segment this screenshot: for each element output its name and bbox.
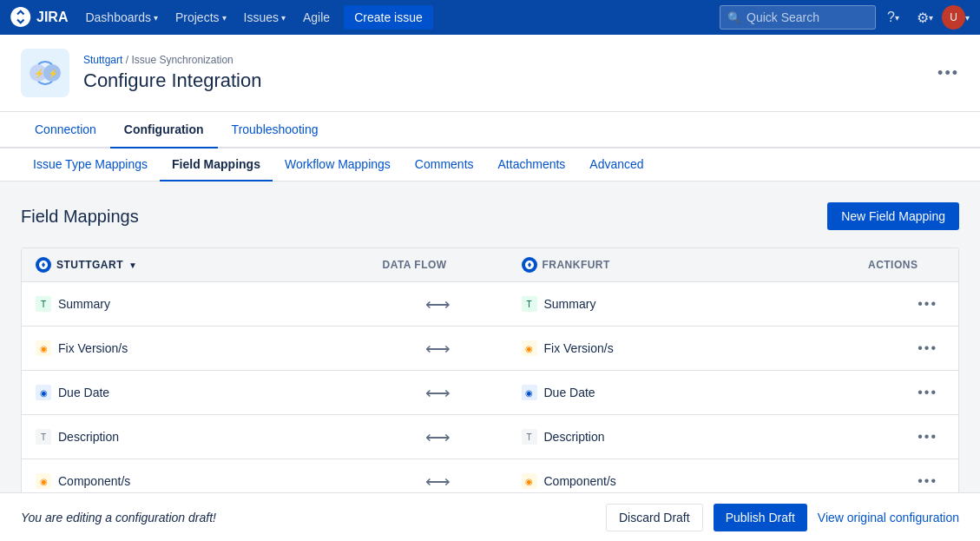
summary-icon-right: T [522, 296, 537, 312]
tab-field-mappings[interactable]: Field Mappings [160, 148, 273, 181]
discard-draft-button[interactable]: Discard Draft [606, 504, 703, 525]
bidirectional-arrow-icon: ⟷ [425, 338, 451, 359]
component-icon-left: ◉ [36, 473, 51, 489]
frankfurt-due-date-label: Due Date [544, 386, 595, 399]
help-arrow: ▾ [895, 13, 899, 23]
help-button[interactable]: ? ▾ [879, 3, 907, 31]
settings-icon: ⚙ [917, 10, 929, 26]
actions-due-date: ••• [854, 371, 958, 414]
tab-comments[interactable]: Comments [403, 148, 486, 181]
section-header: Field Mappings New Field Mapping [21, 202, 959, 230]
stuttgart-field-summary: T Summary [22, 286, 369, 322]
page-title-group: Stuttgart / Issue Synchronization Config… [83, 54, 261, 92]
settings-button[interactable]: ⚙ ▾ [911, 3, 938, 31]
tab-configuration[interactable]: Configuration [110, 112, 218, 148]
frankfurt-field-fix-version: ◉ Fix Version/s [508, 330, 855, 366]
breadcrumb: Stuttgart / Issue Synchronization [83, 54, 261, 66]
table-row: T Description ⟷ T Description ••• [22, 415, 958, 459]
stuttgart-field-due-date: ◉ Due Date [22, 374, 369, 411]
date-icon-left: ◉ [36, 385, 51, 400]
breadcrumb-section: Issue Synchronization [131, 54, 233, 66]
frankfurt-fix-version-label: Fix Version/s [544, 341, 614, 355]
user-arrow: ▾ [965, 13, 970, 23]
integration-logo-image: ⚡ ⚡ [24, 52, 66, 94]
header-frankfurt: Frankfurt [508, 248, 855, 281]
bidirectional-arrow-icon: ⟷ [425, 426, 451, 447]
page-header: ⚡ ⚡ Stuttgart / Issue Synchronization Co… [0, 35, 980, 112]
date-icon-right: ◉ [522, 385, 537, 400]
actions-menu-button[interactable]: ••• [911, 293, 944, 315]
issues-arrow: ▾ [281, 13, 286, 23]
publish-draft-button[interactable]: Publish Draft [714, 504, 807, 525]
description-icon-left: T [36, 429, 51, 445]
table-row: T Summary ⟷ T Summary ••• [22, 282, 958, 327]
frankfurt-summary-label: Summary [544, 297, 596, 311]
tab-advanced[interactable]: Advanced [577, 148, 655, 181]
stuttgart-component-label: Component/s [58, 474, 130, 488]
sort-icon: ▼ [128, 261, 137, 270]
page-header-left: ⚡ ⚡ Stuttgart / Issue Synchronization Co… [21, 49, 261, 97]
actions-menu-button[interactable]: ••• [911, 337, 944, 360]
data-flow-description: ⟷ [369, 416, 508, 458]
dashboards-arrow: ▾ [154, 13, 158, 23]
header-stuttgart: Stuttgart ▼ [22, 248, 369, 281]
tab-issue-type-mappings[interactable]: Issue Type Mappings [21, 148, 160, 181]
frankfurt-description-label: Description [544, 430, 605, 444]
top-navigation: JIRA Dashboards ▾ Projects ▾ Issues ▾ Ag… [0, 0, 980, 35]
actions-description: ••• [854, 415, 958, 459]
frankfurt-field-summary: T Summary [508, 286, 855, 322]
main-content: Field Mappings New Field Mapping Stuttga… [0, 181, 980, 525]
svg-text:⚡: ⚡ [34, 68, 45, 79]
tab-attachments[interactable]: Attachments [486, 148, 578, 181]
table-row: ◉ Due Date ⟷ ◉ Due Date ••• [22, 371, 958, 415]
field-mappings-table: Stuttgart ▼ Data Flow Frankfurt Actions … [21, 247, 959, 504]
breadcrumb-link[interactable]: Stuttgart [83, 54, 122, 66]
settings-arrow: ▾ [929, 13, 933, 23]
more-options-button[interactable]: ••• [937, 64, 959, 82]
quick-search-container[interactable]: 🔍 [720, 5, 876, 30]
integration-logo: ⚡ ⚡ [21, 49, 69, 97]
help-icon: ? [887, 10, 895, 25]
table-row: ◉ Fix Version/s ⟷ ◉ Fix Version/s ••• [22, 327, 958, 371]
frankfurt-component-label: Component/s [544, 474, 616, 488]
issues-menu[interactable]: Issues ▾ [237, 0, 293, 35]
jira-logo[interactable]: JIRA [10, 7, 68, 28]
new-field-mapping-button[interactable]: New Field Mapping [827, 202, 959, 230]
bidirectional-arrow-icon: ⟷ [425, 382, 451, 403]
jira-logo-text: JIRA [36, 10, 68, 25]
bidirectional-arrow-icon: ⟷ [425, 471, 451, 492]
bidirectional-arrow-icon: ⟷ [425, 294, 451, 314]
view-original-link[interactable]: View original configuration [818, 511, 959, 525]
page-title: Configure Integration [83, 69, 261, 92]
stuttgart-field-fix-version: ◉ Fix Version/s [22, 330, 369, 366]
search-input[interactable] [747, 10, 868, 24]
search-icon: 🔍 [727, 11, 741, 24]
primary-tabs: Connection Configuration Troubleshooting [0, 112, 980, 148]
projects-arrow: ▾ [222, 13, 227, 23]
secondary-tabs: Issue Type Mappings Field Mappings Workf… [0, 148, 980, 181]
agile-menu[interactable]: Agile [296, 0, 337, 35]
version-icon-left: ◉ [36, 340, 51, 356]
user-menu-button[interactable]: U ▾ [942, 3, 970, 31]
data-flow-fix-version: ⟷ [369, 327, 508, 369]
data-flow-due-date: ⟷ [369, 372, 508, 413]
tab-connection[interactable]: Connection [21, 112, 110, 148]
actions-menu-button[interactable]: ••• [911, 381, 944, 404]
frankfurt-field-due-date: ◉ Due Date [508, 374, 855, 411]
frankfurt-col-icon [522, 257, 537, 273]
actions-menu-button[interactable]: ••• [911, 426, 944, 448]
tab-workflow-mappings[interactable]: Workflow Mappings [273, 148, 403, 181]
footer-bar: You are editing a configuration draft! D… [0, 492, 980, 525]
stuttgart-field-description: T Description [22, 419, 369, 455]
actions-menu-button[interactable]: ••• [911, 470, 944, 492]
version-icon-right: ◉ [522, 340, 537, 356]
projects-menu[interactable]: Projects ▾ [168, 0, 233, 35]
actions-summary: ••• [854, 282, 958, 326]
component-icon-right: ◉ [522, 473, 537, 489]
user-avatar: U [942, 5, 965, 30]
stuttgart-summary-label: Summary [58, 297, 110, 311]
svg-text:⚡: ⚡ [48, 68, 59, 79]
tab-troubleshooting[interactable]: Troubleshooting [218, 112, 332, 148]
create-issue-button[interactable]: Create issue [344, 5, 433, 30]
dashboards-menu[interactable]: Dashboards ▾ [78, 0, 165, 35]
